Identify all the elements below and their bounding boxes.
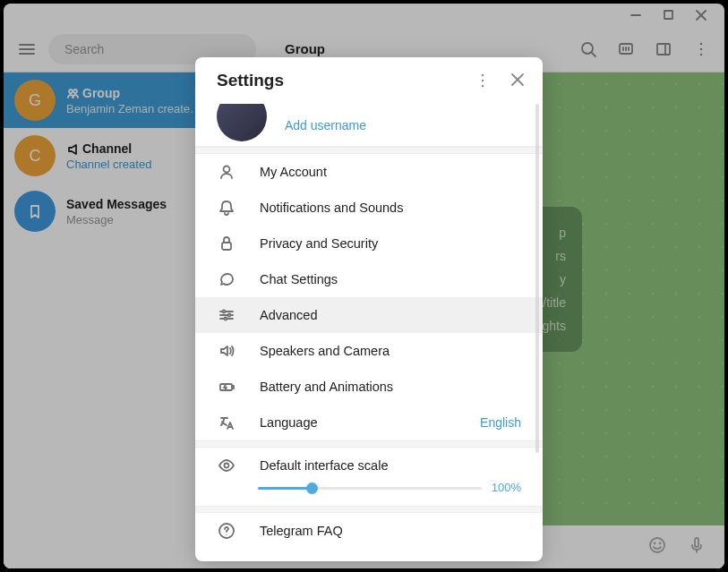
language-icon [217,414,236,431]
svg-point-27 [482,85,484,87]
settings-modal: Settings Add username My Account Notific… [195,57,543,561]
svg-point-36 [228,314,231,317]
sliders-icon [217,306,236,324]
svg-point-30 [224,166,230,173]
scale-value: 100% [492,481,521,494]
eye-icon [217,457,236,474]
settings-item-advanced[interactable]: Advanced [195,297,543,333]
settings-item-notifications[interactable]: Notifications and Sounds [195,190,543,226]
svg-point-35 [223,311,226,313]
bell-icon [217,199,236,217]
settings-item-speakers[interactable]: Speakers and Camera [195,333,543,369]
battery-icon [217,378,236,396]
svg-rect-39 [232,386,234,388]
settings-item-chat[interactable]: Chat Settings [195,261,543,297]
speaker-icon [217,342,236,360]
language-value: English [480,415,521,430]
help-icon [217,522,236,540]
settings-item-privacy[interactable]: Privacy and Security [195,226,543,261]
avatar [217,104,267,141]
more-icon[interactable] [475,73,491,89]
settings-item-account[interactable]: My Account [195,154,543,190]
settings-item-battery[interactable]: Battery and Animations [195,369,543,405]
svg-point-26 [482,80,484,81]
settings-title: Settings [217,71,284,90]
settings-item-scale[interactable]: Default interface scale [195,448,543,483]
profile-row[interactable]: Add username [195,104,543,147]
svg-point-37 [225,318,227,320]
user-icon [217,163,236,181]
add-username-link[interactable]: Add username [285,118,366,132]
settings-item-language[interactable]: Language English [195,405,543,440]
lock-icon [217,235,236,252]
chat-icon [217,270,236,288]
scale-slider[interactable]: 100% [195,483,543,506]
scrollbar[interactable] [535,104,539,453]
close-icon[interactable] [510,73,525,89]
svg-point-40 [225,464,229,468]
settings-item-faq[interactable]: Telegram FAQ [195,513,543,549]
svg-rect-31 [222,243,231,250]
svg-point-42 [226,534,227,535]
svg-point-25 [482,74,484,76]
